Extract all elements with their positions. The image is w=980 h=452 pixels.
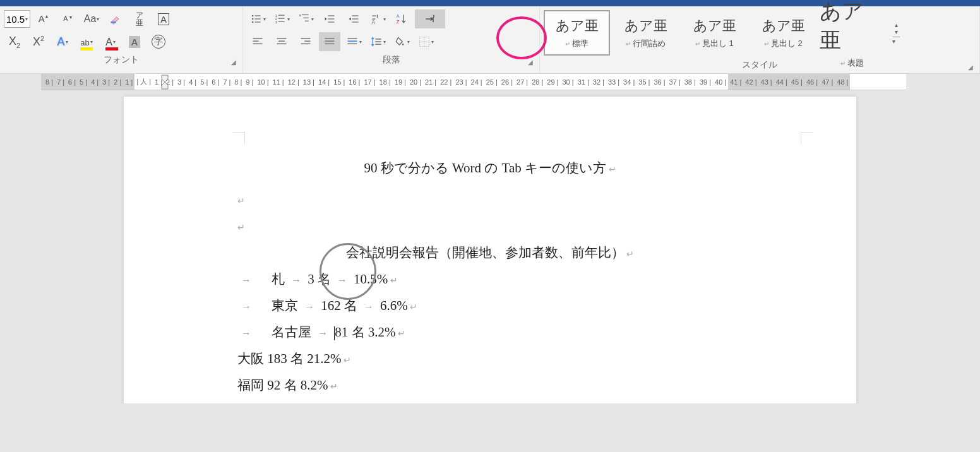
style-name: 見出し 1	[695, 38, 734, 49]
ruler-tick: 44 |	[774, 78, 789, 86]
highlight-color-button[interactable]: ab▾	[76, 32, 97, 51]
group-paragraph: ▾ 123▾ a▾ A▾ AZ ▾ ▾ ▾ ▾ 段落 ◢	[243, 6, 540, 73]
numbering-button[interactable]: 123▾	[271, 9, 292, 28]
shading-button[interactable]: ▾	[391, 32, 412, 51]
svg-rect-14	[278, 18, 284, 19]
svg-rect-8	[254, 18, 260, 20]
paragraph-mark-icon: ↵	[388, 276, 398, 285]
align-center-button[interactable]	[271, 32, 292, 51]
style-item[interactable]: あア亜見出し 2	[750, 10, 816, 56]
subscript-button[interactable]: X2	[4, 32, 25, 51]
decrease-indent-button[interactable]	[319, 9, 340, 28]
svg-rect-35	[277, 44, 287, 45]
ruler-tick: 5 |	[198, 78, 210, 86]
count: 92 名	[267, 378, 297, 393]
svg-rect-23	[328, 21, 335, 23]
percent: 6.6%	[380, 298, 408, 313]
dropdown-arrow-icon: ▾	[25, 16, 28, 22]
style-preview: あア亜	[624, 16, 667, 35]
grow-font-button[interactable]: A▴	[33, 9, 54, 28]
percent: 10.5%	[354, 271, 388, 287]
paragraph-dialog-launcher[interactable]: ◢	[528, 59, 533, 66]
svg-rect-18	[301, 15, 308, 16]
doc-title: 90 秒で分かる Word の Tab キーの使い方 ↵	[237, 155, 743, 181]
ruler-tick: 7 |	[55, 78, 66, 86]
ruler-tick: 3 |	[176, 78, 187, 86]
ruler-tick: 5 |	[78, 78, 89, 86]
ruler-tick: 8 |	[44, 78, 55, 86]
style-item[interactable]: あア亜行間詰め	[612, 10, 679, 56]
ruler-tick: 18 |	[378, 78, 393, 86]
city: 大阪	[237, 351, 264, 366]
city: 名古屋	[272, 324, 311, 340]
ruler-tick: 48 |	[835, 78, 850, 86]
styles-gallery-more[interactable]: ▴▾▾	[888, 10, 904, 56]
multilevel-list-button[interactable]: a▾	[295, 9, 316, 28]
bullets-button[interactable]: ▾	[247, 9, 268, 28]
ruler-tick: 41 |	[728, 78, 743, 86]
style-item[interactable]: あア亜表題	[819, 10, 885, 56]
text-effects-button[interactable]: A▾	[52, 32, 73, 51]
svg-point-5	[251, 15, 253, 17]
font-dialog-launcher[interactable]: ◢	[231, 59, 236, 66]
increase-indent-button[interactable]	[343, 9, 364, 28]
svg-rect-46	[375, 41, 381, 42]
count: 81 名	[335, 324, 364, 340]
enclose-characters-button[interactable]: 字	[148, 32, 169, 51]
document-area[interactable]: 90 秒で分かる Word の Tab キーの使い方 ↵ ↵ ↵ 会社説明会報告…	[0, 90, 980, 403]
ruler-tick: 11 |	[271, 78, 286, 86]
ruler-tick: 39 |	[698, 78, 713, 86]
ruler-tick: 46 |	[804, 78, 820, 86]
sort-button[interactable]: AZ	[391, 9, 412, 28]
svg-text:A: A	[39, 13, 45, 24]
count: 162 名	[321, 298, 357, 313]
show-hide-formatting-button[interactable]	[415, 9, 445, 28]
style-item[interactable]: あア亜見出し 1	[681, 10, 748, 56]
styles-dialog-launcher[interactable]: ◢	[968, 64, 973, 71]
svg-text:▾: ▾	[69, 15, 72, 20]
borders-button[interactable]: ▾	[415, 32, 436, 51]
percent: 21.2%	[307, 351, 341, 366]
superscript-button[interactable]: X2	[28, 32, 49, 51]
indent-marker[interactable]	[161, 74, 169, 90]
distributed-button[interactable]: ▾	[343, 32, 364, 51]
clear-formatting-button[interactable]	[105, 9, 126, 28]
ruler-tick: 26 |	[499, 78, 515, 86]
justify-button[interactable]	[319, 32, 340, 51]
align-left-button[interactable]	[247, 32, 268, 51]
font-size-input[interactable]: 10.5 ▾	[4, 10, 30, 28]
tab-mark-icon: →	[298, 301, 321, 312]
ruler[interactable]: 8 |7 |6 |5 |4 |3 |2 |1 | | 人 |1 |2 |3 |4…	[41, 74, 906, 90]
percent: 3.2%	[368, 324, 396, 340]
svg-rect-12	[278, 15, 284, 16]
asian-layout-button[interactable]: A▾	[367, 9, 388, 28]
tab-mark-icon: →	[237, 328, 255, 338]
change-case-button[interactable]: Aa▾	[81, 9, 102, 28]
ruler-tick: 36 |	[652, 78, 667, 86]
line-spacing-button[interactable]: ▾	[367, 32, 388, 51]
phonetic-guide-button[interactable]: ア亜	[129, 9, 150, 28]
style-item[interactable]: あア亜標準	[544, 10, 610, 56]
svg-point-9	[251, 21, 253, 23]
align-right-button[interactable]	[295, 32, 316, 51]
city: 札	[272, 271, 285, 287]
svg-rect-43	[347, 40, 357, 42]
ruler-tick: 31 |	[576, 78, 591, 86]
svg-rect-16	[278, 21, 284, 22]
ruler-tick: 45 |	[789, 78, 804, 86]
character-shading-button[interactable]: A	[124, 32, 145, 51]
svg-rect-40	[325, 40, 335, 42]
ruler-tick: 12 |	[286, 78, 301, 86]
paragraph-mark-icon: ↵	[328, 382, 338, 391]
ruler-tick: 9 |	[244, 78, 255, 86]
shrink-font-button[interactable]: A▾	[57, 9, 78, 28]
tab-mark-icon: →	[237, 275, 255, 285]
font-color-button[interactable]: A▾	[100, 32, 121, 51]
document-content[interactable]: 90 秒で分かる Word の Tab キーの使い方 ↵ ↵ ↵ 会社説明会報告…	[124, 132, 856, 398]
ruler-tick: 42 |	[743, 78, 758, 86]
character-border-button[interactable]: A	[153, 9, 174, 28]
svg-rect-44	[347, 44, 357, 45]
ruler-tick: 28 |	[530, 78, 545, 86]
svg-rect-42	[347, 38, 357, 39]
paragraph-mark-icon: ↵	[342, 355, 352, 365]
